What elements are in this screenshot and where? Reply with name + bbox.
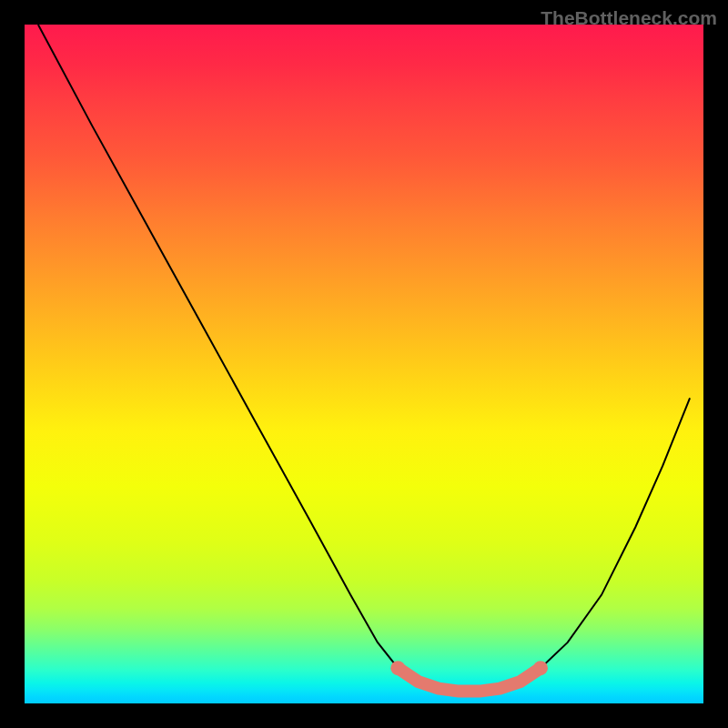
bottom-band: [390, 661, 548, 691]
plot-area: [25, 25, 703, 703]
chart-container: TheBottleneck.com: [0, 0, 728, 728]
watermark-text: TheBottleneck.com: [541, 7, 717, 29]
svg-point-0: [390, 661, 405, 675]
curve-line: [38, 25, 690, 692]
chart-svg: [25, 25, 703, 703]
svg-point-1: [533, 661, 548, 675]
